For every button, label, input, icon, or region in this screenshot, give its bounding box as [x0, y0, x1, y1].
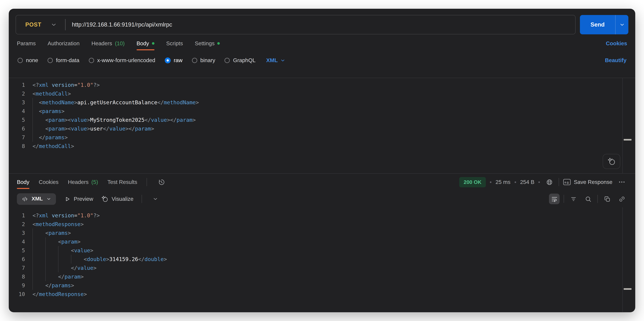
link-button[interactable]: [616, 194, 627, 204]
wrap-text-button[interactable]: [549, 194, 560, 204]
response-tab-body[interactable]: Body: [17, 174, 30, 190]
chevron-down-icon: [280, 58, 286, 63]
code-line: 2<methodCall>: [9, 89, 635, 98]
divider: [559, 178, 559, 186]
eg-badge-icon: e.g.: [563, 179, 571, 185]
response-history-button[interactable]: [156, 177, 167, 187]
raw-language-select[interactable]: XML: [266, 57, 286, 63]
radio-icon: [18, 58, 23, 63]
wrap-text-icon: [551, 195, 558, 203]
line-number: 7: [9, 133, 32, 142]
response-tools: [549, 194, 627, 204]
play-icon: [64, 196, 71, 202]
network-info-button[interactable]: [544, 177, 555, 187]
code-line: 3<params>: [9, 229, 635, 237]
radio-x-www-form-urlencoded[interactable]: x-www-form-urlencoded: [89, 57, 155, 63]
dot-separator: [538, 181, 540, 183]
divider: [142, 195, 142, 203]
cookies-link[interactable]: Cookies: [606, 40, 627, 47]
copy-button[interactable]: [602, 194, 612, 204]
send-label[interactable]: Send: [580, 15, 615, 34]
green-dot-icon: [152, 42, 154, 45]
postbot-button[interactable]: [603, 154, 620, 169]
code-line: 1<?xml version="1.0"?>: [9, 80, 635, 89]
response-format-label: XML: [32, 196, 43, 202]
tab-headers[interactable]: Headers(10): [92, 34, 125, 52]
editor-gutter-line: [622, 78, 623, 173]
radio-raw[interactable]: raw: [164, 57, 182, 63]
tab-body[interactable]: Body: [136, 34, 154, 52]
response-tab-cookies[interactable]: Cookies: [39, 174, 58, 190]
code-line: 10</methodResponse>: [9, 290, 635, 299]
tab-authorization[interactable]: Authorization: [48, 34, 80, 52]
green-dot-icon: [218, 42, 220, 45]
visualize-button[interactable]: Visualize: [101, 195, 133, 203]
request-code[interactable]: 1<?xml version="1.0"?>2<methodCall>3<met…: [9, 80, 635, 150]
url-input[interactable]: [66, 21, 575, 28]
response-code: 1<?xml version="1.0"?>2<methodResponse>3…: [9, 211, 635, 299]
radio-form-data[interactable]: form-data: [48, 57, 80, 63]
line-number: 1: [9, 80, 32, 89]
code-line: 8</param>: [9, 272, 635, 281]
radio-graphql[interactable]: GraphQL: [224, 57, 256, 63]
svg-text:e.g.: e.g.: [565, 181, 570, 184]
divider: [564, 195, 564, 203]
more-actions-button[interactable]: [616, 177, 627, 187]
method-selector[interactable]: POST: [16, 15, 65, 34]
tab-settings[interactable]: Settings: [195, 34, 220, 52]
body-mode-row: none form-data x-www-form-urlencoded raw…: [9, 52, 635, 68]
status-badge: 200 OK: [459, 177, 486, 187]
code-icon: [22, 196, 28, 202]
code-line: 7</value>: [9, 264, 635, 272]
code-line: 3<methodName>api.getUserAccountBalance</…: [9, 98, 635, 107]
dot-separator: [490, 181, 492, 183]
beautify-link[interactable]: Beautify: [605, 57, 626, 63]
response-size: 254 B: [520, 179, 534, 185]
response-header: Body Cookies Headers(5) Test Results 200…: [9, 174, 635, 190]
app-window: POST Send Params Authorization Headers(1…: [9, 9, 635, 312]
code-line: 8</methodCall>: [9, 142, 635, 150]
send-options-button[interactable]: [615, 15, 628, 34]
response-body-viewer[interactable]: 1<?xml version="1.0"?>2<methodResponse>3…: [9, 207, 635, 312]
tab-params[interactable]: Params: [17, 34, 36, 52]
scrollbar-thumb[interactable]: [624, 288, 632, 290]
code-line: 4<params>: [9, 107, 635, 115]
link-icon: [618, 195, 626, 203]
line-number: 2: [9, 220, 32, 229]
viewer-options-button[interactable]: [150, 194, 161, 204]
radio-icon: [224, 58, 230, 63]
send-button[interactable]: Send: [580, 15, 628, 34]
line-number: 10: [9, 290, 32, 299]
radio-none[interactable]: none: [18, 57, 38, 63]
request-body-editor[interactable]: 1<?xml version="1.0"?>2<methodCall>3<met…: [9, 78, 635, 173]
response-tab-test-results[interactable]: Test Results: [108, 174, 137, 190]
tab-scripts[interactable]: Scripts: [166, 34, 183, 52]
code-line: 4<param>: [9, 237, 635, 246]
response-time: 25 ms: [496, 179, 510, 185]
save-response-button[interactable]: e.g. Save Response: [563, 179, 612, 185]
preview-button[interactable]: Preview: [64, 196, 93, 202]
divider: [146, 178, 147, 186]
method-label: POST: [25, 21, 42, 28]
code-line: 6 <param><value>user</value></param>: [9, 124, 635, 133]
response-format-select[interactable]: XML: [17, 193, 56, 205]
line-number: 1: [9, 211, 32, 220]
chevron-down-icon: [152, 196, 158, 202]
line-number: 3: [9, 229, 32, 237]
globe-icon: [546, 178, 553, 186]
sparkle-circle-icon: [607, 157, 616, 166]
response-tab-headers[interactable]: Headers(5): [68, 174, 98, 190]
code-line: 2<methodResponse>: [9, 220, 635, 229]
code-line: 6<double>314159.26</double>: [9, 255, 635, 264]
code-line: 5 <param><value>MyStrongToken2025</value…: [9, 115, 635, 124]
scrollbar-thumb[interactable]: [624, 139, 632, 140]
url-box: POST: [16, 15, 576, 34]
search-button[interactable]: [583, 194, 593, 204]
filter-button[interactable]: [568, 194, 579, 204]
radio-binary[interactable]: binary: [192, 57, 215, 63]
divider: [598, 195, 598, 203]
dot-separator: [514, 181, 516, 183]
filter-icon: [570, 195, 577, 203]
code-line: 5<value>: [9, 246, 635, 255]
line-number: 6: [9, 124, 32, 133]
